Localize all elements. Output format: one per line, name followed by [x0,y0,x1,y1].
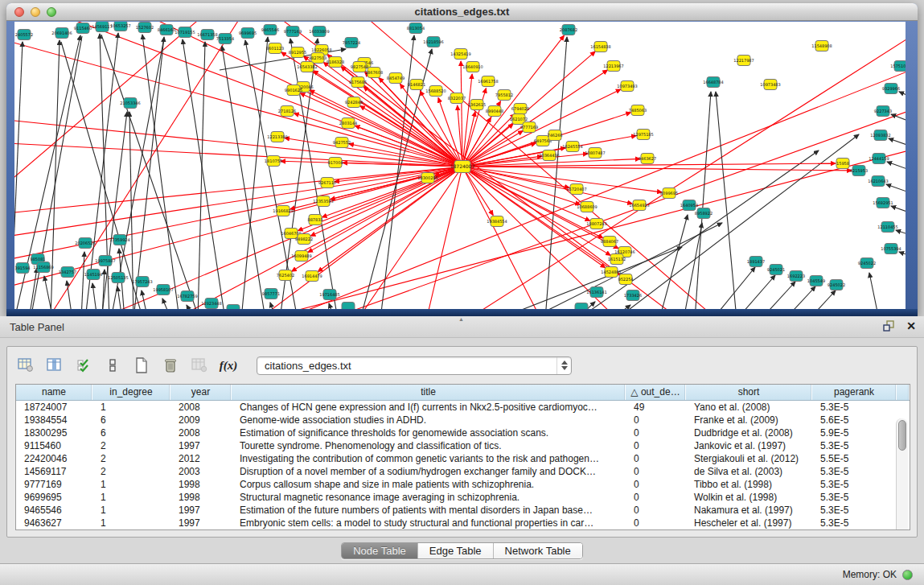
network-edge[interactable] [241,37,268,309]
network-edge[interactable] [899,92,906,104]
network-node[interactable] [342,303,355,310]
network-edge[interactable] [85,33,118,309]
tab-network-table[interactable]: Network Table [494,543,582,558]
cell-pagerank[interactable]: 5.3E-5 [812,465,897,478]
cell-short[interactable]: Dudbridge et al. (2008) [686,426,812,439]
cell-pagerank[interactable]: 5.3E-5 [812,401,897,414]
cell-in_degree[interactable]: 1 [92,491,170,504]
network-edge[interactable] [659,215,688,309]
delete-column-button[interactable] [160,355,181,376]
cell-short[interactable]: Jankovic et al. (1997) [686,439,812,452]
memory-status-indicator[interactable] [902,570,913,580]
network-edge[interactable] [245,40,298,309]
cell-short[interactable]: Nakamura et al. (1997) [686,504,812,517]
network-edge[interactable] [886,184,906,199]
cell-name[interactable]: 18724007 [16,401,92,414]
cell-short[interactable]: Stergiakouli et al. (2012) [686,452,812,465]
scrollbar-thumb[interactable] [898,420,906,451]
cell-pagerank[interactable]: 5.3E-5 [812,517,897,529]
column-header-year[interactable]: year [170,385,232,400]
cell-title[interactable]: Disruption of a novel member of a sodium… [232,465,626,478]
cell-title[interactable]: Corpus callosum shape and size in male p… [232,478,626,491]
network-node[interactable] [575,303,588,310]
cell-out_degree[interactable]: 0 [626,452,686,465]
table-row[interactable]: 969969511998Structural magnetic resonanc… [16,491,910,504]
table-row[interactable]: 1456911722003Disruption of a novel membe… [16,465,910,478]
cell-in_degree[interactable]: 1 [92,401,170,414]
float-panel-icon[interactable] [883,320,895,332]
cell-name[interactable]: 14569117 [16,465,92,478]
network-edge[interactable] [47,22,462,167]
network-edge[interactable] [14,118,462,167]
cell-out_degree[interactable]: 0 [626,504,686,517]
cell-year[interactable]: 1998 [170,491,232,504]
table-select-dropdown[interactable]: citations_edges.txt [257,356,572,375]
cell-short[interactable]: Tibbo et al. (1998) [686,478,812,491]
cell-name[interactable]: 22420046 [16,452,92,465]
cell-out_degree[interactable]: 0 [626,465,686,478]
tab-node-table[interactable]: Node Table [342,543,418,558]
cell-out_degree[interactable]: 49 [626,401,686,414]
cell-in_degree[interactable]: 1 [92,478,170,491]
cell-name[interactable]: 9463627 [16,517,92,529]
network-edge[interactable] [869,273,879,309]
network-edge[interactable] [425,167,462,309]
column-visibility-button[interactable] [44,355,65,376]
network-edge[interactable] [111,38,164,309]
cell-out_degree[interactable]: 0 [626,439,686,452]
network-edge[interactable] [785,286,815,309]
cell-out_degree[interactable]: 0 [626,426,686,439]
row-selection-button[interactable] [73,355,94,376]
cell-in_degree[interactable]: 2 [92,452,170,465]
network-edge[interactable] [280,39,318,309]
cell-short[interactable]: Hescheler et al. (1997) [686,517,812,529]
cell-title[interactable]: Changes of HCN gene expression and I(f) … [232,401,626,414]
network-edge[interactable] [889,138,906,152]
cell-out_degree[interactable]: 0 [626,478,686,491]
table-panel-header[interactable]: ▲ Table Panel ✕ [0,316,924,338]
window-titlebar[interactable]: citations_edges.txt [6,3,918,21]
table-row[interactable]: 1938455462009Genome-wide association stu… [16,414,910,426]
dropdown-stepper-icon[interactable] [556,357,571,374]
column-header-short[interactable]: short [686,385,812,400]
network-edge[interactable] [162,299,171,309]
cell-short[interactable]: Yano et al. (2008) [686,401,812,414]
cell-year[interactable]: 1997 [170,517,232,529]
cell-title[interactable]: Investigating the contribution of common… [232,452,626,465]
cell-pagerank[interactable]: 5.6E-5 [812,414,897,426]
cell-in_degree[interactable]: 6 [92,426,170,439]
network-edge[interactable] [465,34,906,309]
table-row[interactable]: 946362711997Embryonic stem cells: a mode… [16,517,910,529]
cell-pagerank[interactable]: 5.3E-5 [812,478,897,491]
cell-name[interactable]: 19384554 [16,414,92,426]
network-edge[interactable] [896,230,906,241]
network-edge[interactable] [14,167,462,239]
cell-in_degree[interactable]: 2 [92,439,170,452]
table-row[interactable]: 1872400712008Changes of HCN gene express… [16,401,910,414]
network-edge[interactable] [303,56,462,167]
network-edge[interactable] [142,35,179,309]
network-edge[interactable] [462,167,493,215]
table-scrollbar[interactable] [896,418,908,529]
table-row[interactable]: 946554611997Estimation of the future num… [16,504,910,517]
network-edge[interactable] [81,252,84,309]
cell-in_degree[interactable]: 1 [92,517,170,529]
cell-pagerank[interactable]: 5.9E-5 [812,426,897,439]
cell-name[interactable]: 9465546 [16,504,92,517]
cell-year[interactable]: 1997 [170,504,232,517]
cell-year[interactable]: 1997 [170,439,232,452]
network-edge[interactable] [14,22,207,191]
network-edge[interactable] [248,167,462,309]
network-edge[interactable] [102,270,105,309]
close-panel-button[interactable]: ✕ [906,320,916,332]
cell-year[interactable]: 2009 [170,414,232,426]
cell-year[interactable]: 2008 [170,401,232,414]
cell-year[interactable]: 2012 [170,452,232,465]
cell-year[interactable]: 2003 [170,465,232,478]
table-row[interactable]: 2242004622012Investigating the contribut… [16,452,910,465]
network-edge[interactable] [695,92,711,309]
cell-short[interactable]: Franke et al. (2009) [686,414,812,426]
column-header-title[interactable]: title [232,385,626,400]
table-rows-button[interactable] [102,355,123,376]
table-mode-button[interactable] [15,355,36,376]
